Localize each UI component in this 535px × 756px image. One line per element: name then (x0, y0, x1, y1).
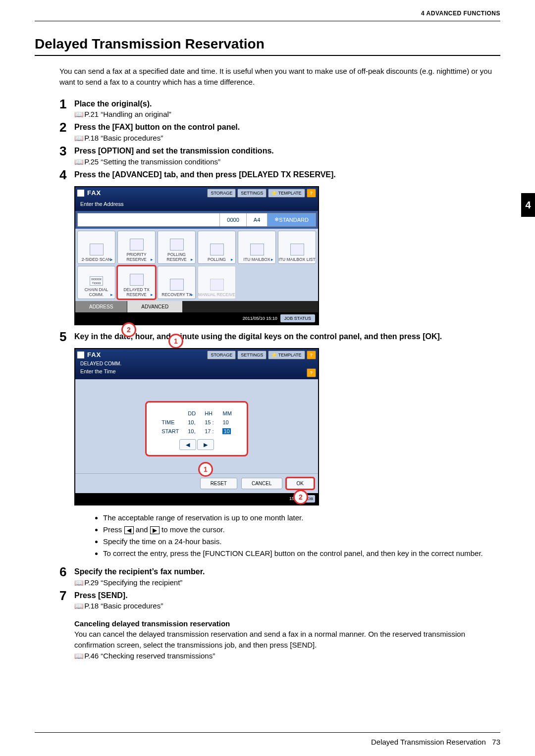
book-icon: 📖 (74, 157, 82, 166)
callout-1: 1 (168, 334, 183, 349)
notes-list: The acceptable range of reservation is u… (83, 512, 500, 558)
panel-title: FAX (77, 189, 101, 197)
callout-1: 1 (198, 462, 213, 477)
time-entry-area: DD HH MM TIME 10, 15 : 10 ST (75, 379, 318, 473)
step-1: 1 Place the original(s). 📖 P.21 “Handlin… (59, 98, 500, 119)
figure-time-panel: FAX STORAGE SETTINGS ⭐ TEMPLATE ? DELAYE… (74, 348, 500, 505)
job-status-button[interactable]: JOB STATUS (280, 314, 315, 322)
time-dd: 10, (184, 418, 200, 426)
help-button-2[interactable]: ? (307, 368, 317, 377)
page-footer: Delayed Transmission Reservation 73 (35, 732, 500, 746)
book-icon: 📖 (74, 134, 82, 143)
col-mm: MM (218, 409, 235, 417)
figure-advanced-panel: FAX STORAGE SETTINGS ⭐ TEMPLATE ? Enter … (74, 186, 500, 325)
step-title: Press [OPTION] and set the transmission … (74, 146, 500, 156)
opt-polling-reserve[interactable]: POLLING RESERVE▸ (158, 231, 196, 264)
time-hh: 15 : (201, 418, 217, 426)
settings-button[interactable]: SETTINGS (237, 351, 267, 359)
cursor-left-button[interactable]: ◀ (179, 439, 196, 450)
book-icon: 📖 (74, 110, 82, 119)
template-label: TEMPLATE (278, 191, 302, 196)
status-bar: 0000 A4 ❄ STANDARD (77, 213, 316, 227)
step-number: 7 (59, 589, 74, 602)
fax-icon (77, 352, 84, 358)
ref-text: P.18 “Basic procedures” (84, 602, 163, 610)
opt-priority-reserve[interactable]: PRIORITY RESERVE▸ (117, 231, 156, 264)
status-count: 0000 (219, 213, 246, 226)
step-number: 1 (59, 98, 74, 110)
step-6: 6 Specify the recipient’s fax number. 📖 … (59, 565, 500, 587)
bullet-item: To correct the entry, press the [FUNCTIO… (103, 548, 500, 558)
help-button[interactable]: ? (307, 189, 317, 198)
opt-delayed-tx-reserve[interactable]: DELAYED TX RESERVE▸ (117, 266, 156, 299)
panel-footer: 2011/05/10 15:10 JOB STATUS (75, 312, 318, 324)
bullet-item: Specify the time on a 24-hour basis. (103, 536, 500, 547)
fax-icon (77, 190, 84, 197)
step-number: 6 (59, 565, 74, 578)
ref-text: P.29 “Specifying the recipient” (84, 578, 182, 587)
start-mm-selected[interactable]: 10 (222, 428, 230, 434)
opt-itu-mailbox[interactable]: ITU MAILBOX▸ (238, 231, 276, 264)
step-number: 4 (59, 168, 74, 181)
reset-button[interactable]: RESET (200, 478, 237, 489)
step-ref: 📖 P.18 “Basic procedures” (74, 602, 500, 610)
cancel-ref: 📖 P.46 “Checking reserved transmissions” (74, 651, 500, 661)
opt-itu-mailbox-list[interactable]: ITU MAILBOX LIST (278, 231, 316, 264)
ref-text: P.21 “Handling an original” (84, 110, 171, 118)
storage-button[interactable]: STORAGE (207, 189, 236, 198)
panel-title-text: FAX (87, 351, 101, 358)
step-3: 3 Press [OPTION] and set the transmissio… (59, 145, 500, 166)
row-start-label: START (158, 427, 183, 435)
callout-2: 2 (121, 322, 136, 337)
storage-button[interactable]: STORAGE (207, 351, 236, 359)
option-grid: 2-SIDED SCAN▸ PRIORITY RESERVE▸ POLLING … (75, 229, 318, 301)
help-button[interactable]: ? (307, 351, 317, 359)
time-mm: 10 (218, 418, 235, 426)
tab-address[interactable]: ADDRESS (75, 301, 127, 312)
cancel-body: You can cancel the delayed transmission … (74, 629, 500, 651)
running-header: 4 ADVANCED FUNCTIONS (35, 10, 500, 21)
tab-row: ADDRESS ADVANCED (75, 301, 318, 312)
cursor-right-button[interactable]: ▶ (197, 439, 214, 450)
opt-recovery-tx[interactable]: RECOVERY TX▸ (158, 266, 196, 299)
book-icon: 📖 (74, 651, 82, 661)
panel-crumb: DELAYED COMM. (75, 361, 318, 366)
callout-2: 2 (293, 490, 308, 504)
opt-manual-receive[interactable]: MANUAL RECEIVE (198, 266, 236, 299)
step-number: 3 (59, 145, 74, 157)
status-mode: ❄ STANDARD (267, 213, 316, 226)
ref-text: P.25 “Setting the transmission condition… (84, 157, 220, 166)
fax-panel: FAX STORAGE SETTINGS ⭐ TEMPLATE ? Enter … (74, 186, 319, 325)
opt-polling[interactable]: POLLING▸ (198, 231, 236, 264)
template-button[interactable]: ⭐ TEMPLATE (268, 351, 305, 359)
time-entry-box: DD HH MM TIME 10, 15 : 10 ST (145, 401, 248, 456)
intro-paragraph: You can send a fax at a specified date a… (59, 66, 500, 88)
cancel-button[interactable]: CANCEL (241, 478, 282, 489)
step-7: 7 Press [SEND]. 📖 P.18 “Basic procedures… (59, 589, 500, 611)
panel-title-text: FAX (87, 189, 101, 197)
settings-button[interactable]: SETTINGS (237, 189, 267, 198)
start-dd: 10, (184, 427, 200, 435)
left-key-icon: ◀ (124, 526, 134, 534)
ok-button[interactable]: OK (286, 478, 314, 489)
step-title: Press the [FAX] button on the control pa… (74, 122, 500, 133)
step-title: Press the [ADVANCED] tab, and then press… (74, 170, 500, 180)
opt-chain-dial[interactable]: xxxxxx+xxxxCHAIN DIAL COMM.▸ (77, 266, 115, 299)
panel-subtitle: Enter the Time (75, 367, 121, 378)
bullet-item: Press ◀ and ▶ to move the cursor. (103, 524, 500, 535)
step-ref: 📖 P.21 “Handling an original” (74, 110, 500, 119)
panel-subtitle: Enter the Address (75, 199, 318, 211)
delayed-comm-panel: FAX STORAGE SETTINGS ⭐ TEMPLATE ? DELAYE… (74, 348, 319, 505)
action-row: RESET CANCEL OK (75, 473, 318, 493)
right-key-icon: ▶ (150, 526, 160, 534)
step-4: 4 Press the [ADVANCED] tab, and then pre… (59, 168, 500, 181)
opt-2sided-scan[interactable]: 2-SIDED SCAN▸ (77, 231, 115, 264)
footer-page-number: 73 (492, 738, 500, 746)
step-number: 5 (59, 330, 74, 343)
timestamp: 2011/05/10 15:10 (243, 316, 277, 321)
step-number: 2 (59, 121, 74, 134)
tab-advanced[interactable]: ADVANCED (127, 301, 183, 312)
step-title: Press [SEND]. (74, 591, 500, 601)
template-button[interactable]: ⭐ TEMPLATE (268, 189, 305, 198)
step-ref: 📖 P.29 “Specifying the recipient” (74, 578, 500, 587)
